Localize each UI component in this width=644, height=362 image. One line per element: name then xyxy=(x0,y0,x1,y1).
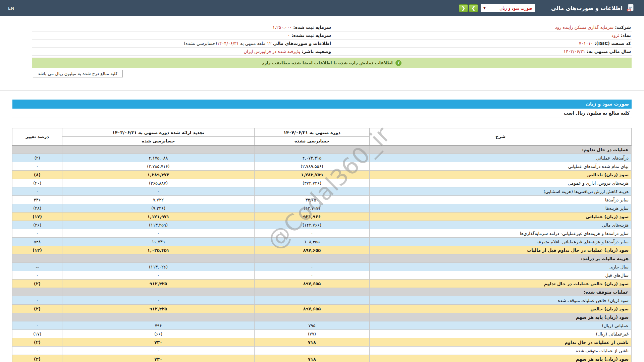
row-current-value: (۱۴۲,۷۶۶) xyxy=(255,221,370,229)
row-previous-value: ۱,۱۲۱,۹۷۱ xyxy=(62,213,255,221)
row-current-value: ۱,۲۸۳,۷۵۹ xyxy=(255,171,370,179)
row-label: هزینه مالیات بر درآمد: xyxy=(370,254,632,263)
table-row: سود (زیان) خالص عملیات در حال تداوم۸۹۷,۶… xyxy=(12,280,632,288)
company-info-cell: شرکت: سرمایه گذاری مسکن زاینده رود xyxy=(332,23,632,32)
row-previous-value: (۲۶۵,۸۸۷) xyxy=(62,179,255,187)
company-info-cell: سرمایه ثبت نشده: ۰ xyxy=(32,32,332,40)
row-label: سود (زیان) پایه هر سهم xyxy=(370,355,632,362)
row-previous-value xyxy=(62,288,255,296)
info-label: شرکت: xyxy=(613,25,631,30)
info-value: ۱۴۰۴/۰۶/۳۱ xyxy=(564,49,585,54)
table-row: سایر درآمدها و هزینه‌های غیرعملیاتی- اقل… xyxy=(12,238,632,246)
row-current-value: ۸۹۷,۶۵۵ xyxy=(255,305,370,313)
row-change-percent: ۳۳۶ xyxy=(12,196,62,204)
row-label: هزینه‌های مالی xyxy=(370,221,632,229)
statement-section: صورت سود و زیان کلیه مبالغ به میلیون ریا… xyxy=(12,100,632,362)
table-row: هزینه‌های فروش، اداری و عمومی(۳۷۲,۷۳۶)(۲… xyxy=(12,179,632,187)
row-previous-value: ۰ xyxy=(62,187,255,196)
language-en-link[interactable]: EN xyxy=(8,6,14,11)
row-previous-value: ۰ xyxy=(62,347,255,355)
row-previous-value: ۹۱۲,۴۲۵ xyxy=(62,280,255,288)
statement-select[interactable]: صورت سود و زیان ▼ xyxy=(481,4,535,12)
row-label: ناشی از عملیات در حال تداوم xyxy=(370,338,632,347)
company-info-table: شرکت: سرمایه گذاری مسکن زاینده رودسرمایه… xyxy=(32,23,632,56)
row-previous-value: ۱۶,۷۳۹ xyxy=(62,238,255,246)
financial-report-icon xyxy=(626,3,635,13)
row-change-percent: (۳۸) xyxy=(12,204,62,213)
company-info-row: سال مالی منتهی به: ۱۴۰۴/۰۶/۳۱وضعیت ناشر:… xyxy=(32,48,632,56)
table-row: درآمدهای عملیاتی۴,۰۷۳,۳۱۵۴,۱۷۵,۰۸۸(۲) xyxy=(12,154,632,162)
info-value: سرمایه گذاری مسکن زاینده رود xyxy=(555,25,613,30)
topbar: اطلاعات و صورت‌های مالی صورت سود و زیان … xyxy=(0,0,644,16)
row-current-value: (۲,۷۸۹,۵۵۶) xyxy=(255,162,370,171)
row-change-percent: (۲۶) xyxy=(12,221,62,229)
row-label: سود (زیان) خالص عملیات متوقف شده xyxy=(370,296,632,305)
row-previous-value: ۷۳۰ xyxy=(62,355,255,362)
row-change-percent: (۲) xyxy=(12,305,62,313)
row-previous-value: ۷۳۰ xyxy=(62,338,255,347)
row-change-percent: (۲) xyxy=(12,338,62,347)
row-change-percent: ۰ xyxy=(12,162,62,171)
row-label: سود (زیان) خالص عملیات در حال تداوم xyxy=(370,280,632,288)
row-previous-value: (۶۶) xyxy=(62,330,255,338)
row-previous-value xyxy=(62,254,255,263)
table-row: سایر درآمدها و هزینه‌های غیرعملیاتی- درآ… xyxy=(12,229,632,238)
table-row: غیرعملیاتی (ریال)(۷۷)(۶۶)(۱۷) xyxy=(12,330,632,338)
previous-statement-button[interactable]: ❮ xyxy=(459,4,468,12)
next-statement-button[interactable]: ❯ xyxy=(469,4,478,12)
info-icon: i xyxy=(395,60,401,66)
row-previous-value: (۱۱۳,۰۲۶) xyxy=(62,263,255,271)
row-label: عملیات متوقف شده: xyxy=(370,288,632,296)
company-info-cell: سرمایه ثبت شده: ۱,۲۵۰,۰۰۰ xyxy=(32,23,332,32)
row-current-value: ۸۹۷,۶۵۵ xyxy=(255,246,370,254)
row-current-value: ۷۱۸ xyxy=(255,338,370,347)
row-previous-value xyxy=(62,145,255,154)
row-current-value: ۴,۰۷۳,۳۱۵ xyxy=(255,154,370,162)
row-label: سال جاری xyxy=(370,263,632,271)
row-change-percent: ۵۴۸ xyxy=(12,238,62,246)
table-row: سود (زیان) خالص۸۹۷,۶۵۵۹۱۲,۴۲۵(۲) xyxy=(12,305,632,313)
info-value: ۱۴۰۴/۰۶/۳۱ xyxy=(217,41,239,46)
table-row: ناشی از عملیات در حال تداوم۷۱۸۷۳۰(۲) xyxy=(12,338,632,347)
table-row: سایر هزینه‌ها(۱۲,۷۰۷)(۹,۲۳۶)(۳۸) xyxy=(12,204,632,213)
info-value: ۱,۲۵۰,۰۰۰ xyxy=(273,25,292,30)
row-label: غیرعملیاتی (ریال) xyxy=(370,330,632,338)
company-info-cell: وضعیت ناشر: پذیرفته شده در فرابورس ایران xyxy=(32,48,332,56)
row-change-percent: (۸) xyxy=(12,171,62,179)
info-label: سرمایه ثبت نشده: xyxy=(290,33,331,38)
row-label: سایر درآمدها و هزینه‌های غیرعملیاتی- درآ… xyxy=(370,229,632,238)
row-current-value: ۷۱۸ xyxy=(255,355,370,362)
row-current-value: ۰ xyxy=(255,229,370,238)
info-value: ثرود xyxy=(611,33,619,38)
company-info-row: شرکت: سرمایه گذاری مسکن زاینده رودسرمایه… xyxy=(32,23,632,32)
info-label: سال مالی منتهی به: xyxy=(585,49,631,54)
info-label: کد صنعت (ISIC): xyxy=(593,41,631,46)
row-label: سایر درآمدها و هزینه‌های غیرعملیاتی- اقل… xyxy=(370,238,632,246)
row-current-value: ۷۹۵ xyxy=(255,321,370,330)
row-current-value: ۱۰۸,۴۵۵ xyxy=(255,238,370,246)
table-row: سود (زیان) عملیات در حال تداوم قبل از ما… xyxy=(12,246,632,254)
row-label: سایر درآمدها xyxy=(370,196,632,204)
row-label: سال‌های قبل xyxy=(370,271,632,280)
row-label: ناشی از عملیات متوقف شده xyxy=(370,347,632,355)
row-previous-value: ۱,۰۲۵,۴۵۱ xyxy=(62,246,255,254)
section-divider xyxy=(0,90,644,90)
table-row: سود (زیان) عملیاتی۹۳۱,۹۶۶۱,۱۲۱,۹۷۱(۱۷) xyxy=(12,213,632,221)
pl-table-body: عملیات در حال تداوم:درآمدهای عملیاتی۴,۰۷… xyxy=(12,145,632,362)
row-previous-value: ۰ xyxy=(62,296,255,305)
company-info-section: شرکت: سرمایه گذاری مسکن زاینده رودسرمایه… xyxy=(32,23,632,56)
row-change-percent: ۰ xyxy=(12,321,62,330)
chevron-down-icon: ▼ xyxy=(483,6,486,10)
row-current-value: ۰ xyxy=(255,347,370,355)
row-current-value: ۰ xyxy=(255,187,370,196)
row-change-percent: (۴۰) xyxy=(12,179,62,187)
row-change-percent: (۲) xyxy=(12,154,62,162)
page: اطلاعات و صورت‌های مالی صورت سود و زیان … xyxy=(0,0,644,362)
row-change-percent xyxy=(12,145,62,154)
info-label: نماد: xyxy=(619,33,631,38)
page-title: اطلاعات و صورت‌های مالی xyxy=(551,5,623,11)
col-header-previous-audit-status: حسابرسی شده xyxy=(62,137,255,145)
row-change-percent: -- xyxy=(12,263,62,271)
company-info-cell: سال مالی منتهی به: ۱۴۰۴/۰۶/۳۱ xyxy=(332,48,632,56)
row-current-value xyxy=(255,145,370,154)
